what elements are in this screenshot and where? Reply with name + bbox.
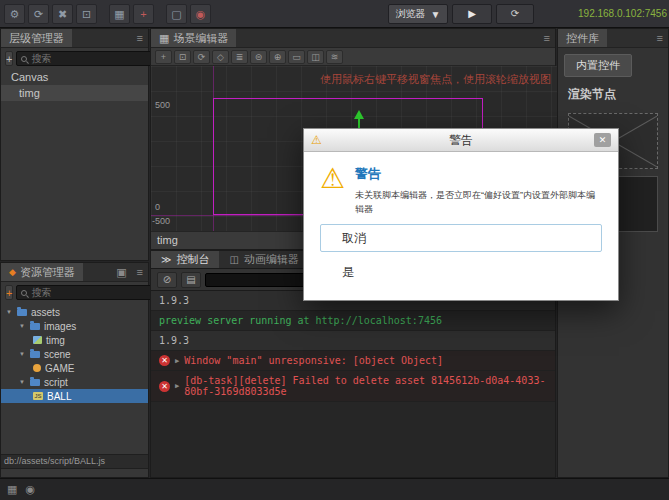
scene-title: 场景编辑器	[173, 31, 228, 46]
copy-panel-icon[interactable]: ▣	[111, 263, 131, 281]
layout-tool-icon[interactable]: ▭	[288, 50, 305, 64]
add-icon[interactable]: +	[133, 4, 154, 24]
caret-down-icon[interactable]: ▼	[18, 379, 26, 385]
tree-item-label: BALL	[47, 391, 71, 402]
assets-search-input[interactable]	[31, 287, 163, 298]
hierarchy-item-canvas[interactable]: Canvas	[1, 69, 148, 85]
scene-tab[interactable]: ▦ 场景编辑器	[151, 29, 236, 47]
menu-icon[interactable]: ≡	[652, 29, 668, 47]
visibility-icon[interactable]: ◉	[25, 483, 35, 496]
warning-icon: ⚠	[311, 129, 322, 151]
menu-icon[interactable]: ≡	[132, 263, 148, 281]
tab-builtin-widgets[interactable]: 内置控件	[564, 54, 632, 77]
menu-icon[interactable]: ≡	[132, 29, 148, 47]
scene-hint-text: 使用鼠标右键平移视窗焦点，使用滚轮缩放视图	[320, 72, 551, 87]
tab-console[interactable]: ≫ 控制台	[151, 251, 219, 268]
caret-down-icon[interactable]: ▼	[18, 351, 26, 357]
tree-item-images[interactable]: ▼ images	[1, 319, 148, 333]
tree-item-timg[interactable]: timg	[1, 333, 148, 347]
widgets-title: 控件库	[566, 31, 599, 46]
tree-item-game[interactable]: GAME	[1, 361, 148, 375]
warning-icon-large: ⚠	[320, 164, 345, 216]
gear-icon[interactable]: ⚙	[4, 4, 25, 24]
assets-tab[interactable]: ◆ 资源管理器	[1, 263, 83, 281]
scale-tool-icon[interactable]: ✖	[52, 4, 73, 24]
widgets-tab[interactable]: 控件库	[558, 29, 607, 47]
refresh-button[interactable]: ⟳	[496, 4, 534, 24]
caret-down-icon[interactable]: ▼	[5, 309, 13, 315]
folder-icon	[30, 323, 40, 330]
add-node-button[interactable]: +	[5, 51, 13, 66]
rect-tool-icon[interactable]: ⊡	[76, 4, 97, 24]
expand-icon[interactable]: ▶	[175, 382, 179, 390]
rotate-tool-icon[interactable]: ⟳	[193, 50, 210, 64]
hierarchy-search-input[interactable]	[31, 53, 163, 64]
browser-dropdown[interactable]: 浏览器 ▼	[388, 4, 448, 24]
close-icon[interactable]: ✕	[594, 133, 611, 147]
assets-title: 资源管理器	[20, 265, 75, 280]
tree-item-label: timg	[46, 335, 65, 346]
tree-item-assets[interactable]: ▼ assets	[1, 305, 148, 319]
cocos-creator-window: ⚙ ⟳ ✖ ⊡ ▦ + ▢ ◉ 浏览器 ▼ ▶ ⟳ 192.168.0.102:…	[0, 0, 669, 500]
pivot-tool-icon[interactable]: ⊜	[250, 50, 267, 64]
chevron-down-icon: ▼	[431, 9, 441, 20]
view-tool-icon[interactable]: ◫	[307, 50, 324, 64]
log-text: preview server running at http://localho…	[159, 315, 442, 326]
tool-icon-group: ⚙ ⟳ ✖ ⊡ ▦ + ▢ ◉	[4, 4, 211, 24]
dialog-title-bar[interactable]: ⚠ 警告 ✕	[304, 129, 618, 152]
log-text: Window "main" unresponsive: [object Obje…	[184, 355, 443, 366]
hierarchy-header: 层级管理器 ≡	[1, 29, 148, 48]
log-row[interactable]: 1.9.3	[151, 331, 555, 351]
gizmo-arrowhead	[354, 110, 364, 119]
image-asset-icon	[33, 336, 42, 344]
frame-icon[interactable]: ▢	[166, 4, 187, 24]
assets-tree: ▼ assets ▼ images timg ▼ scene GAME	[1, 303, 148, 403]
sync-icon[interactable]: ⟳	[28, 4, 49, 24]
tree-item-script[interactable]: ▼ script	[1, 375, 148, 389]
preview-ip-address: 192.168.0.102:7456	[578, 8, 667, 19]
assets-search-row: +	[1, 282, 148, 303]
cancel-button[interactable]: 取消	[320, 224, 602, 252]
expand-icon[interactable]: ▶	[175, 357, 179, 365]
rect-tool-icon[interactable]: ⊡	[174, 50, 191, 64]
confirm-button[interactable]: 是	[320, 261, 602, 283]
script-asset-icon: JS	[33, 392, 43, 400]
menu-icon[interactable]: ≡	[539, 29, 555, 47]
wave-tool-icon[interactable]: ≋	[326, 50, 343, 64]
tree-item-scene[interactable]: ▼ scene	[1, 347, 148, 361]
folder-icon	[17, 309, 27, 316]
grid-toggle-icon[interactable]: ▦	[7, 483, 17, 496]
play-button[interactable]: ▶	[452, 4, 492, 24]
folder-icon	[30, 351, 40, 358]
ruler-label-0: 0	[155, 202, 160, 212]
add-asset-button[interactable]: +	[5, 285, 13, 300]
console-log-list: 1.9.3 preview server running at http://l…	[151, 291, 555, 402]
scale-tool-icon[interactable]: ◇	[212, 50, 229, 64]
clear-console-icon[interactable]: ⊘	[157, 272, 177, 288]
scene-header: ▦ 场景编辑器 ≡	[151, 29, 555, 48]
record-icon[interactable]: ◉	[190, 4, 211, 24]
log-list-icon[interactable]: ▤	[181, 272, 201, 288]
dialog-message: 未关联脚本编辑器，是否立即在“偏好设置”内设置外部脚本编辑器	[355, 189, 602, 216]
log-row[interactable]: preview server running at http://localho…	[151, 311, 555, 331]
main-toolbar: ⚙ ⟳ ✖ ⊡ ▦ + ▢ ◉ 浏览器 ▼ ▶ ⟳ 192.168.0.102:…	[0, 0, 669, 28]
film-icon[interactable]: ▦	[109, 4, 130, 24]
tab-animation-label: 动画编辑器	[244, 252, 299, 267]
tree-item-label: script	[44, 377, 68, 388]
move-tool-icon[interactable]: +	[155, 50, 172, 64]
anchor-tool-icon[interactable]: ⊕	[269, 50, 286, 64]
align-tool-icon[interactable]: ≣	[231, 50, 248, 64]
tree-item-ball[interactable]: JS BALL	[1, 389, 148, 403]
widgets-header: 控件库 ≡	[558, 29, 668, 48]
dialog-heading: 警告	[355, 165, 602, 183]
hierarchy-tab[interactable]: 层级管理器	[1, 29, 72, 47]
log-row[interactable]: ✕ ▶ [db-task][delete] Failed to delete a…	[151, 371, 555, 402]
caret-down-icon[interactable]: ▼	[18, 323, 26, 329]
hierarchy-item-timg[interactable]: timg	[1, 85, 148, 101]
log-row[interactable]: ✕ ▶ Window "main" unresponsive: [object …	[151, 351, 555, 371]
grid-icon: ▦	[159, 32, 169, 45]
confirm-button-label: 是	[342, 264, 354, 281]
dialog-text-block: 警告 未关联脚本编辑器，是否立即在“偏好设置”内设置外部脚本编辑器	[355, 164, 602, 216]
assets-panel: ◆ 资源管理器 ▣ ≡ + ▼ assets ▼ images	[0, 262, 149, 478]
tab-animation-editor[interactable]: ◫ 动画编辑器	[219, 251, 308, 268]
